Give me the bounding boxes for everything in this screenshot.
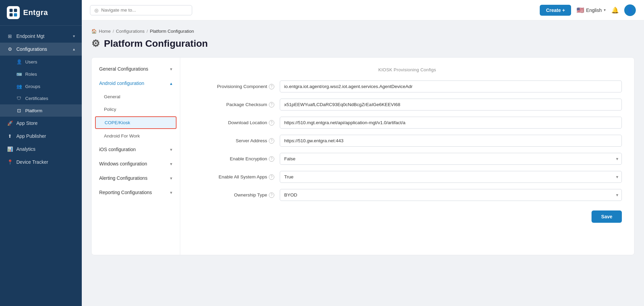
search-box[interactable]: ◎ xyxy=(90,5,192,15)
sidebar-label-roles: Roles xyxy=(25,72,37,77)
breadcrumb-current: Platform Configuration xyxy=(150,29,194,34)
logo-area: Entgra xyxy=(0,0,82,26)
sidebar-label-app-publisher: App Publisher xyxy=(16,133,46,139)
select-wrapper-enable-encryption: False True ▾ xyxy=(280,153,622,165)
label-provisioning-component: Provisioning Component ? xyxy=(193,84,274,89)
save-button[interactable]: Save xyxy=(592,210,622,223)
config-menu-alerting-configurations[interactable]: Alerting Configurations ▾ xyxy=(92,171,180,185)
language-selector[interactable]: 🇺🇸 English ▾ xyxy=(577,6,606,14)
flag-icon: 🇺🇸 xyxy=(577,6,584,14)
topbar: ◎ Create + 🇺🇸 English ▾ 🔔 👤 xyxy=(82,0,644,20)
svg-rect-2 xyxy=(10,13,13,16)
input-provisioning-component[interactable] xyxy=(280,81,622,92)
sidebar-nav: ⊞ Endpoint Mgt ▾ ⚙ Configurations ▴ 👤 Us… xyxy=(0,26,82,306)
config-menu-chevron-ios: ▾ xyxy=(170,147,172,152)
select-ownership-type[interactable]: BYOD COPE Corporate xyxy=(280,189,622,201)
chart-icon: 📊 xyxy=(7,146,13,152)
upload-icon: ⬆ xyxy=(7,133,13,139)
input-server-address[interactable] xyxy=(280,135,622,147)
card-icon: 🪪 xyxy=(16,71,22,77)
help-icon-provisioning[interactable]: ? xyxy=(269,84,274,89)
help-icon-enable-encryption[interactable]: ? xyxy=(269,156,274,162)
config-menu-android-label: Android configuration xyxy=(99,81,144,86)
config-menu-chevron-alerting: ▾ xyxy=(170,176,172,181)
form-row-enable-encryption: Enable Encryption ? False True ▾ xyxy=(193,153,622,165)
page-title-area: ⚙ Platform Configuration xyxy=(91,38,634,49)
sidebar-item-roles[interactable]: 🪪 Roles xyxy=(0,68,82,80)
label-package-checksum: Package Checksum ? xyxy=(193,102,274,107)
search-input[interactable] xyxy=(101,8,188,13)
shield-icon: 🛡 xyxy=(16,96,22,101)
sidebar-item-endpoint-mgt[interactable]: ⊞ Endpoint Mgt ▾ xyxy=(0,30,82,43)
input-download-location[interactable] xyxy=(280,117,622,129)
notification-bell-button[interactable]: 🔔 xyxy=(611,6,619,14)
select-enable-all-system-apps[interactable]: True False xyxy=(280,171,622,183)
sidebar-label-platform: Platform xyxy=(25,108,42,113)
kiosk-section-title: KIOSK Provisioning Configs xyxy=(193,67,622,72)
sidebar-item-certificates[interactable]: 🛡 Certificates xyxy=(0,92,82,104)
sidebar-item-analytics[interactable]: 📊 Analytics xyxy=(0,143,82,156)
label-enable-all-system-apps: Enable All System Apps ? xyxy=(193,174,274,180)
chevron-down-icon: ▾ xyxy=(73,34,75,39)
sidebar-item-app-store[interactable]: 🚀 App Store xyxy=(0,117,82,130)
select-enable-encryption[interactable]: False True xyxy=(280,153,622,165)
grid2-icon: ⊡ xyxy=(16,108,22,113)
form-row-server-address: Server Address ? xyxy=(193,135,622,147)
sidebar-label-analytics: Analytics xyxy=(16,146,35,152)
config-menu-windows-configuration[interactable]: Windows configuration ▾ xyxy=(92,157,180,171)
breadcrumb-sep1: / xyxy=(113,29,114,34)
breadcrumb-configurations[interactable]: Configurations xyxy=(116,29,144,34)
sidebar-label-endpoint-mgt: Endpoint Mgt xyxy=(16,33,45,39)
config-sub-android-general[interactable]: General xyxy=(92,90,180,103)
sidebar-item-device-tracker[interactable]: 📍 Device Tracker xyxy=(0,156,82,169)
sidebar-item-configurations[interactable]: ⚙ Configurations ▴ xyxy=(0,43,82,56)
svg-rect-3 xyxy=(14,13,17,16)
config-container: General Configurations ▾ Android configu… xyxy=(91,57,634,255)
sidebar-item-app-publisher[interactable]: ⬆ App Publisher xyxy=(0,130,82,143)
config-sub-cope-kiosk[interactable]: COPE/Kiosk xyxy=(95,116,177,129)
label-enable-encryption: Enable Encryption ? xyxy=(193,156,274,162)
form-row-download-location: Download Location ? xyxy=(193,117,622,129)
sidebar-item-users[interactable]: 👤 Users xyxy=(0,56,82,68)
input-package-checksum[interactable] xyxy=(280,99,622,111)
help-icon-ownership-type[interactable]: ? xyxy=(269,192,274,198)
help-icon-enable-all-system-apps[interactable]: ? xyxy=(269,174,274,180)
people-icon: 👥 xyxy=(16,84,22,89)
create-button[interactable]: Create + xyxy=(540,5,571,16)
user-icon: 👤 xyxy=(16,59,22,64)
sidebar-label-configurations: Configurations xyxy=(16,46,47,52)
topbar-right: Create + 🇺🇸 English ▾ 🔔 👤 xyxy=(540,4,636,16)
bell-icon: 🔔 xyxy=(611,6,619,14)
form-row-enable-all-system-apps: Enable All System Apps ? True False ▾ xyxy=(193,171,622,183)
breadcrumb-home[interactable]: Home xyxy=(99,29,111,34)
config-main-content: KIOSK Provisioning Configs Provisioning … xyxy=(180,58,634,255)
config-sub-android-policy[interactable]: Policy xyxy=(92,103,180,116)
config-sub-android-for-work[interactable]: Android For Work xyxy=(92,130,180,142)
label-ownership-type: Ownership Type ? xyxy=(193,192,274,198)
sidebar-label-groups: Groups xyxy=(25,84,40,89)
search-icon: ◎ xyxy=(94,8,98,13)
config-menu-chevron-general: ▾ xyxy=(170,67,172,72)
config-menu-chevron-android: ▴ xyxy=(170,81,172,86)
help-icon-package-checksum[interactable]: ? xyxy=(269,102,274,107)
help-icon-server-address[interactable]: ? xyxy=(269,138,274,144)
sidebar-item-platform[interactable]: ⊡ Platform xyxy=(0,104,82,117)
config-menu-reporting-configurations[interactable]: Reporting Configurations ▾ xyxy=(92,185,180,200)
config-menu-general-configurations-label: General Configurations xyxy=(99,66,148,72)
sidebar-item-groups[interactable]: 👥 Groups xyxy=(0,80,82,92)
lang-chevron-icon: ▾ xyxy=(604,8,606,12)
sidebar-label-app-store: App Store xyxy=(16,120,37,126)
label-server-address: Server Address ? xyxy=(193,138,274,144)
app-name: Entgra xyxy=(23,8,48,17)
save-row: Save xyxy=(193,210,622,223)
language-label: English xyxy=(586,8,602,13)
config-menu-android-configuration[interactable]: Android configuration ▴ xyxy=(92,76,180,90)
user-avatar[interactable]: 👤 xyxy=(624,4,636,16)
config-menu-chevron-reporting: ▾ xyxy=(170,190,172,195)
logo-icon xyxy=(7,6,20,19)
config-menu-ios-configuration[interactable]: iOS configuration ▾ xyxy=(92,142,180,157)
gear-icon: ⚙ xyxy=(7,46,13,52)
page-content: 🏠 Home / Configurations / Platform Confi… xyxy=(82,20,644,306)
help-icon-download-location[interactable]: ? xyxy=(269,120,274,126)
config-menu-general-configurations[interactable]: General Configurations ▾ xyxy=(92,62,180,76)
